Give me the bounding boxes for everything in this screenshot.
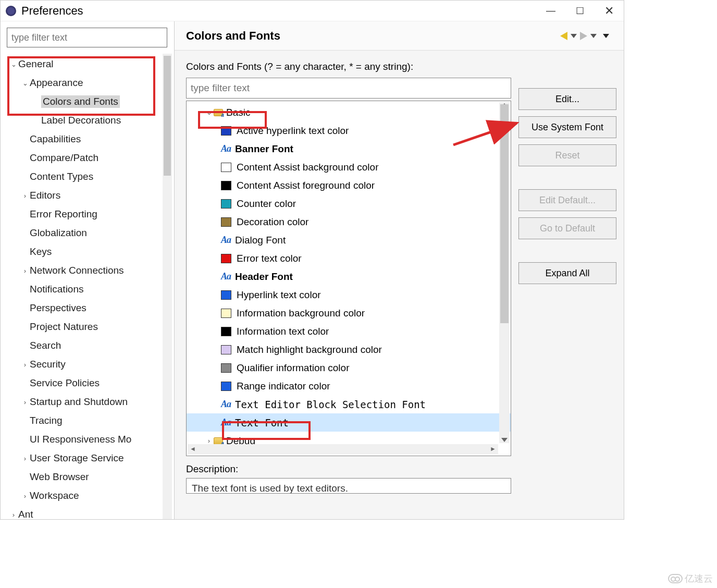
tree-item-label: Web Browser [30, 471, 89, 483]
tree-item-label-decorations[interactable]: Label Decorations [5, 111, 174, 130]
cf-item-label: Qualifier information color [237, 362, 349, 374]
font-icon: Aa [221, 271, 231, 282]
cf-item-active-hyperlink-text-color[interactable]: Active hyperlink text color [187, 121, 511, 140]
color-swatch [221, 126, 231, 136]
cf-item-label: Counter color [237, 198, 296, 210]
cf-item-information-background-color[interactable]: Information background color [187, 304, 511, 322]
color-swatch [221, 181, 231, 190]
right-header: Colors and Fonts [175, 21, 624, 51]
color-swatch [221, 327, 231, 336]
tree-item-web-browser[interactable]: Web Browser [5, 468, 174, 486]
tree-item-label: Capabilities [30, 133, 81, 145]
cf-item-match-highlight-background-color[interactable]: Match highlight background color [187, 340, 511, 359]
chevron-right-icon: › [20, 398, 30, 406]
cf-item-label: Hyperlink text color [237, 289, 321, 301]
cf-item-error-text-color[interactable]: Error text color [187, 249, 511, 267]
cf-item-text-font[interactable]: AaText Font [187, 413, 511, 432]
tree-item-general[interactable]: ⌄General [5, 55, 174, 74]
tree-item-label: Security [30, 359, 66, 370]
nav-back-icon[interactable] [560, 32, 567, 40]
cf-item-label: Information text color [237, 326, 329, 337]
tree-item-startup-and-shutdown[interactable]: ›Startup and Shutdown [5, 393, 174, 411]
nav-forward-icon[interactable] [580, 32, 587, 40]
cf-item-dialog-font[interactable]: AaDialog Font [187, 231, 511, 249]
tree-item-editors[interactable]: ›Editors [5, 186, 174, 205]
tree-item-label: Network Connections [30, 265, 124, 276]
color-swatch [221, 163, 231, 172]
tree-item-label: Appearance [30, 77, 83, 89]
tree-item-ant[interactable]: ›Ant [5, 505, 174, 519]
cf-item-information-text-color[interactable]: Information text color [187, 322, 511, 340]
tree-item-label: Error Reporting [30, 209, 97, 220]
description-box: The text font is used by text editors. [186, 478, 511, 494]
tree-item-label: Project Natures [30, 321, 98, 333]
tree-item-compare-patch[interactable]: Compare/Patch [5, 149, 174, 167]
edit-button[interactable]: Edit... [518, 88, 616, 110]
cf-item-label: Content Assist background color [237, 162, 379, 173]
cf-item-qualifier-information-color[interactable]: Qualifier information color [187, 359, 511, 377]
edit-default-button[interactable]: Edit Default... [518, 189, 616, 211]
color-swatch [221, 254, 231, 263]
tree-item-appearance[interactable]: ⌄Appearance [5, 74, 174, 92]
cf-item-label: Content Assist foreground color [237, 180, 375, 191]
tree-item-colors-and-fonts[interactable]: Colors and Fonts [5, 92, 174, 111]
close-button[interactable]: ✕ [595, 1, 624, 21]
preferences-tree[interactable]: ⌄General⌄AppearanceColors and FontsLabel… [5, 54, 174, 519]
tree-item-workspace[interactable]: ›Workspace [5, 486, 174, 505]
cf-item-basic[interactable]: ⌄Basic [187, 103, 511, 121]
chevron-right-icon: › [20, 192, 30, 200]
tree-item-error-reporting[interactable]: Error Reporting [5, 205, 174, 224]
tree-item-label: Editors [30, 190, 60, 201]
cf-item-label: Active hyperlink text color [237, 125, 349, 137]
use-system-font-button[interactable]: Use System Font [518, 116, 616, 138]
minimize-button[interactable]: — [536, 1, 565, 21]
tree-item-keys[interactable]: Keys [5, 242, 174, 261]
cf-item-content-assist-foreground-color[interactable]: Content Assist foreground color [187, 176, 511, 194]
tree-item-globalization[interactable]: Globalization [5, 224, 174, 242]
cf-item-banner-font[interactable]: AaBanner Font [187, 140, 511, 158]
cf-item-header-font[interactable]: AaHeader Font [187, 267, 511, 286]
tree-scrollbar[interactable] [163, 54, 172, 519]
tree-item-project-natures[interactable]: Project Natures [5, 317, 174, 336]
tree-item-label: Globalization [30, 227, 87, 239]
cf-hscrollbar[interactable] [188, 444, 498, 455]
chevron-right-icon: › [9, 511, 18, 519]
colors-fonts-list[interactable]: ⌄BasicActive hyperlink text colorAaBanne… [186, 101, 511, 456]
tree-item-service-policies[interactable]: Service Policies [5, 374, 174, 393]
tree-filter-input[interactable] [7, 28, 167, 47]
expand-all-button[interactable]: Expand All [518, 262, 616, 284]
tree-item-ui-responsiveness-mo[interactable]: UI Responsiveness Mo [5, 430, 174, 449]
tree-item-perspectives[interactable]: Perspectives [5, 299, 174, 317]
nav-back-menu-icon[interactable] [571, 34, 577, 38]
tree-item-content-types[interactable]: Content Types [5, 167, 174, 186]
app-icon [6, 6, 16, 16]
description-label: Description: [186, 463, 511, 475]
tree-item-label: General [18, 58, 54, 70]
cf-item-label: Basic [226, 107, 250, 118]
view-menu-icon[interactable] [603, 34, 609, 38]
reset-button[interactable]: Reset [518, 144, 616, 166]
colors-fonts-filter-input[interactable] [186, 78, 511, 99]
tree-item-security[interactable]: ›Security [5, 355, 174, 374]
filter-hint-label: Colors and Fonts (? = any character, * =… [186, 61, 511, 72]
goto-default-button[interactable]: Go to Default [518, 217, 616, 239]
cf-item-decoration-color[interactable]: Decoration color [187, 213, 511, 231]
tree-item-tracing[interactable]: Tracing [5, 411, 174, 430]
cf-item-hyperlink-text-color[interactable]: Hyperlink text color [187, 286, 511, 304]
cf-item-label: Text Font [235, 417, 289, 428]
cf-item-content-assist-background-color[interactable]: Content Assist background color [187, 158, 511, 176]
tree-item-label: Notifications [30, 284, 84, 295]
tree-item-search[interactable]: Search [5, 336, 174, 355]
tree-item-network-connections[interactable]: ›Network Connections [5, 261, 174, 280]
tree-item-label: UI Responsiveness Mo [30, 434, 131, 445]
tree-item-capabilities[interactable]: Capabilities [5, 130, 174, 149]
cf-item-range-indicator-color[interactable]: Range indicator color [187, 377, 511, 395]
cf-item-text-editor-block-selection-font[interactable]: AaText Editor Block Selection Font [187, 395, 511, 413]
nav-forward-menu-icon[interactable] [590, 34, 597, 38]
cf-item-counter-color[interactable]: Counter color [187, 194, 511, 213]
folder-icon [214, 109, 223, 116]
cf-vscrollbar[interactable] [499, 102, 510, 443]
tree-item-notifications[interactable]: Notifications [5, 280, 174, 299]
maximize-button[interactable]: ☐ [565, 1, 595, 21]
tree-item-user-storage-service[interactable]: ›User Storage Service [5, 449, 174, 468]
